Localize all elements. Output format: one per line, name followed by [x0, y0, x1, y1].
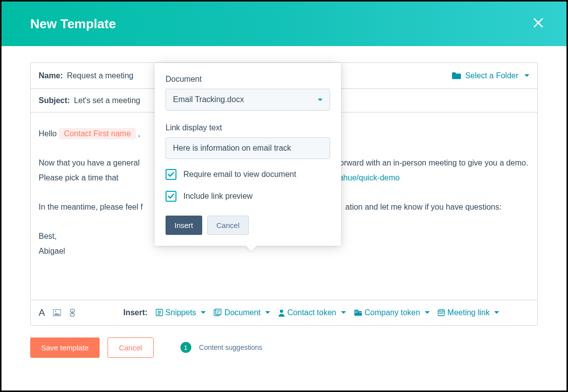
- popover-insert-button[interactable]: Insert: [166, 216, 202, 235]
- svg-rect-10: [358, 311, 362, 316]
- chevron-down-icon: [524, 74, 529, 77]
- folder-icon: [452, 72, 461, 79]
- body-para1a: Now that you have a general: [39, 159, 142, 167]
- svg-rect-16: [360, 312, 361, 313]
- snippets-icon: [156, 309, 163, 316]
- document-select[interactable]: Email Tracking.docx: [166, 89, 330, 111]
- image-icon[interactable]: [53, 309, 61, 316]
- body-para2b: ation and let me know if you have questi…: [345, 203, 502, 211]
- svg-rect-19: [441, 313, 442, 314]
- insert-label: Insert:: [123, 308, 148, 317]
- subject-label: Subject:: [39, 96, 70, 105]
- popover-cancel-button[interactable]: Cancel: [207, 216, 249, 235]
- insert-contact-token[interactable]: Contact token: [278, 308, 346, 317]
- folder-label: Select a Folder: [465, 71, 518, 80]
- editor-toolbar: A Insert: Snippets Document Contact toke: [31, 300, 537, 325]
- cancel-button[interactable]: Cancel: [108, 337, 154, 358]
- text-style-icon[interactable]: A: [39, 307, 45, 318]
- signoff-name: Abigael: [39, 244, 529, 259]
- insert-snippets[interactable]: Snippets: [156, 308, 206, 317]
- chevron-down-icon: [341, 311, 346, 314]
- link-icon[interactable]: [69, 309, 76, 317]
- contact-icon: [278, 309, 285, 317]
- footer-row: Save template Cancel 1 Content suggestio…: [30, 326, 538, 358]
- svg-point-1: [55, 311, 56, 312]
- subject-value[interactable]: Let's set a meeting: [74, 96, 140, 105]
- calendar-icon: [438, 309, 445, 316]
- suggestions-count-badge[interactable]: 1: [180, 342, 191, 353]
- name-label: Name:: [39, 71, 63, 80]
- contact-token-chip[interactable]: Contact First name: [59, 128, 136, 139]
- svg-rect-20: [442, 313, 443, 314]
- chevron-down-icon: [318, 99, 323, 101]
- save-template-button[interactable]: Save template: [30, 337, 100, 358]
- insert-document[interactable]: Document: [214, 308, 270, 317]
- modal-header: New Template: [1, 1, 567, 46]
- require-email-checkbox[interactable]: [166, 169, 176, 180]
- svg-rect-18: [439, 313, 440, 314]
- svg-rect-14: [356, 312, 357, 313]
- chevron-down-icon: [201, 311, 206, 314]
- svg-rect-15: [359, 312, 360, 313]
- modal-title: New Template: [30, 16, 116, 32]
- body-para2a: In the meantime, please feel f: [39, 203, 143, 211]
- link-display-text-input[interactable]: [166, 137, 330, 159]
- include-preview-label: Include link preview: [183, 192, 253, 201]
- company-icon: [354, 309, 362, 316]
- link-text-label: Link display text: [166, 123, 330, 132]
- chevron-down-icon: [425, 311, 430, 314]
- require-email-label: Require email to view document: [183, 170, 296, 179]
- svg-rect-11: [355, 311, 356, 312]
- document-insert-popover: Document Email Tracking.docx Link displa…: [155, 63, 341, 246]
- close-icon[interactable]: [533, 17, 544, 31]
- svg-rect-12: [356, 311, 357, 312]
- content-suggestions-label[interactable]: Content suggestions: [199, 343, 263, 351]
- chevron-down-icon: [494, 311, 499, 314]
- folder-select[interactable]: Select a Folder: [452, 71, 529, 80]
- document-select-value: Email Tracking.docx: [173, 95, 244, 104]
- body-greeting-suffix: ,: [138, 129, 140, 138]
- svg-rect-4: [72, 311, 73, 314]
- document-icon: [214, 309, 222, 316]
- include-preview-checkbox[interactable]: [166, 191, 176, 202]
- insert-meeting-link[interactable]: Meeting link: [438, 308, 499, 317]
- chevron-down-icon: [265, 311, 270, 314]
- name-value[interactable]: Request a meeting: [67, 71, 133, 80]
- body-greeting-prefix: Hello: [39, 129, 59, 138]
- svg-rect-13: [355, 312, 356, 313]
- document-select-label: Document: [166, 75, 330, 84]
- insert-company-token[interactable]: Company token: [354, 308, 430, 317]
- svg-rect-9: [354, 310, 358, 316]
- svg-point-8: [280, 309, 283, 312]
